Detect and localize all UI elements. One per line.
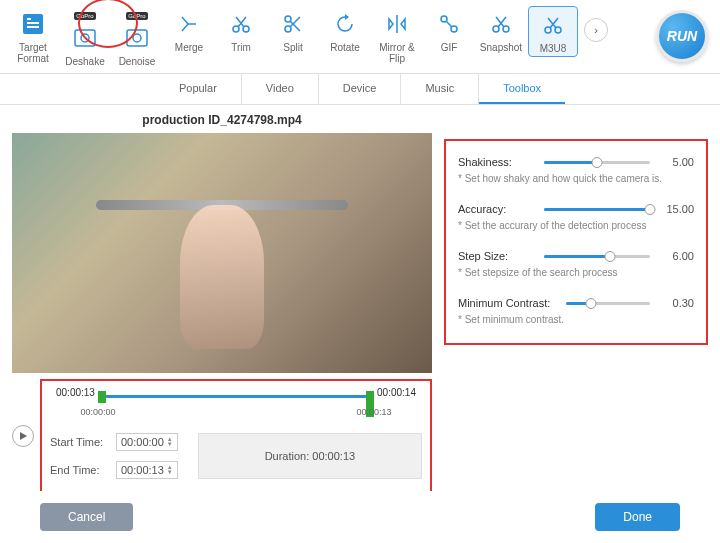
timeline-sub-start: 00:00:00: [80, 407, 115, 417]
accuracy-label: Accuracy:: [458, 203, 536, 215]
accuracy-value: 15.00: [658, 203, 694, 215]
svg-rect-2: [27, 22, 39, 24]
tab-toolbox[interactable]: Toolbox: [479, 74, 565, 104]
deshake-icon: [69, 22, 101, 54]
cancel-button[interactable]: Cancel: [40, 503, 133, 531]
footer: Cancel Done: [0, 491, 720, 543]
denoise-icon: [121, 22, 153, 54]
run-button[interactable]: RUN: [656, 10, 708, 62]
tool-mirror-flip[interactable]: Mirror & Flip: [372, 6, 422, 66]
duration-display: Duration: 00:00:13: [198, 433, 422, 479]
timeline[interactable]: 00:00:13 00:00:14: [50, 387, 422, 405]
tool-trim[interactable]: Trim: [216, 6, 266, 55]
shakiness-value: 5.00: [658, 156, 694, 168]
tool-rotate[interactable]: Rotate: [320, 6, 370, 55]
spinner-icon[interactable]: ▲▼: [167, 437, 173, 447]
stepsize-slider[interactable]: [544, 249, 650, 263]
trim-icon: [225, 8, 257, 40]
tool-merge[interactable]: Merge: [164, 6, 214, 55]
timeline-out-time: 00:00:14: [377, 387, 416, 398]
start-time-input[interactable]: 00:00:00▲▼: [116, 433, 178, 451]
snapshot-icon: [485, 8, 517, 40]
svg-rect-1: [27, 18, 31, 20]
accuracy-hint: * Set the accurary of the detection proc…: [458, 220, 694, 231]
tool-gif[interactable]: GIF: [424, 6, 474, 55]
gopro-badge: GoPro: [74, 12, 95, 20]
contrast-label: Minimum Contrast:: [458, 297, 558, 309]
tool-snapshot[interactable]: Snapshot: [476, 6, 526, 55]
contrast-hint: * Set minimum contrast.: [458, 314, 694, 325]
gopro-badge: GoPro: [126, 12, 147, 20]
svg-rect-6: [127, 30, 147, 46]
shakiness-hint: * Set how shaky and how quick the camera…: [458, 173, 694, 184]
end-time-input[interactable]: 00:00:13▲▼: [116, 461, 178, 479]
shakiness-label: Shakiness:: [458, 156, 536, 168]
tab-video[interactable]: Video: [242, 74, 319, 104]
tool-target-format[interactable]: Target Format: [8, 6, 58, 66]
toolbar-more-button[interactable]: ›: [584, 18, 608, 42]
mirror-icon: [381, 8, 413, 40]
play-button[interactable]: [12, 425, 34, 447]
tab-device[interactable]: Device: [319, 74, 402, 104]
accuracy-slider[interactable]: [544, 202, 650, 216]
svg-point-7: [133, 34, 141, 42]
tool-split[interactable]: Split: [268, 6, 318, 55]
timeline-handle-start[interactable]: [98, 391, 106, 403]
svg-rect-3: [27, 26, 39, 28]
timeline-in-time: 00:00:13: [56, 387, 95, 398]
chevron-right-icon: ›: [594, 24, 598, 36]
timeline-track: [98, 395, 374, 398]
rotate-icon: [329, 8, 361, 40]
start-time-label: Start Time:: [50, 436, 110, 448]
end-time-label: End Time:: [50, 464, 110, 476]
svg-point-5: [81, 34, 89, 42]
tool-m3u8[interactable]: M3U8: [528, 6, 578, 57]
tab-popular[interactable]: Popular: [155, 74, 242, 104]
play-icon: [18, 431, 28, 441]
svg-rect-4: [75, 30, 95, 46]
stepsize-hint: * Set stepsize of the search process: [458, 267, 694, 278]
done-button[interactable]: Done: [595, 503, 680, 531]
gif-icon: [433, 8, 465, 40]
tab-music[interactable]: Music: [401, 74, 479, 104]
video-preview[interactable]: [12, 133, 432, 373]
stepsize-label: Step Size:: [458, 250, 536, 262]
tool-deshake[interactable]: GoPro Deshake: [60, 6, 110, 69]
deshake-settings: Shakiness: 5.00 * Set how shaky and how …: [444, 139, 708, 345]
video-title: production ID_4274798.mp4: [12, 113, 432, 127]
tool-denoise[interactable]: GoPro Denoise: [112, 6, 162, 69]
tabs: Popular Video Device Music Toolbox: [0, 74, 720, 105]
merge-icon: [173, 8, 205, 40]
timeline-panel: 00:00:13 00:00:14 00:00:00 00:00:13 Star…: [40, 379, 432, 493]
contrast-slider[interactable]: [566, 296, 650, 310]
split-icon: [277, 8, 309, 40]
shakiness-slider[interactable]: [544, 155, 650, 169]
toolbar: Target Format GoPro Deshake GoPro Denois…: [0, 0, 720, 69]
m3u8-icon: [537, 9, 569, 41]
target-icon: [17, 8, 49, 40]
spinner-icon[interactable]: ▲▼: [167, 465, 173, 475]
timeline-sub-end: 00:00:13: [356, 407, 391, 417]
stepsize-value: 6.00: [658, 250, 694, 262]
contrast-value: 0.30: [658, 297, 694, 309]
